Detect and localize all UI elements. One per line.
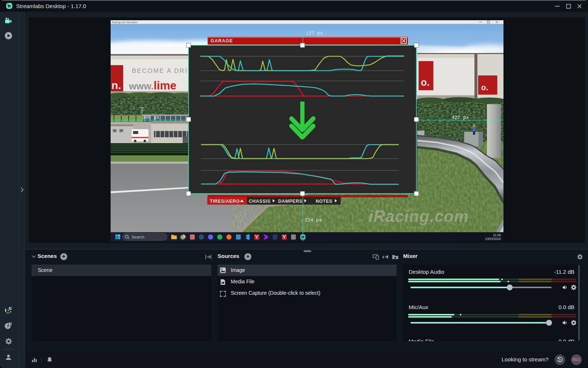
svg-text:DAMPERS: DAMPERS [278,199,302,204]
svg-text:BECOME A DRIV: BECOME A DRIV [132,67,193,74]
svg-text:CHASSIS: CHASSIS [249,199,270,204]
svg-text:o.: o. [481,83,488,92]
svg-text:127 px: 127 px [306,31,323,36]
svg-text:iRacing.com Simulator: iRacing.com Simulator [112,21,138,24]
svg-text:iRacing.com: iRacing.com [369,207,469,225]
svg-text:n.: n. [111,79,121,91]
svg-text:TIRES/AERO: TIRES/AERO [210,199,240,204]
svg-text:NOTES: NOTES [316,199,333,204]
svg-text:21:05: 21:05 [493,233,501,237]
svg-text:23/03/2025: 23/03/2025 [485,237,501,241]
svg-text:www.lime: www.lime [129,79,176,92]
svg-text:380 px: 380 px [142,115,159,120]
svg-text:422 px: 422 px [452,115,469,120]
svg-text:Search: Search [132,235,144,239]
svg-text:224 px: 224 px [305,217,322,223]
svg-text:GARAGE: GARAGE [211,38,233,43]
svg-text:o.: o. [421,77,430,88]
